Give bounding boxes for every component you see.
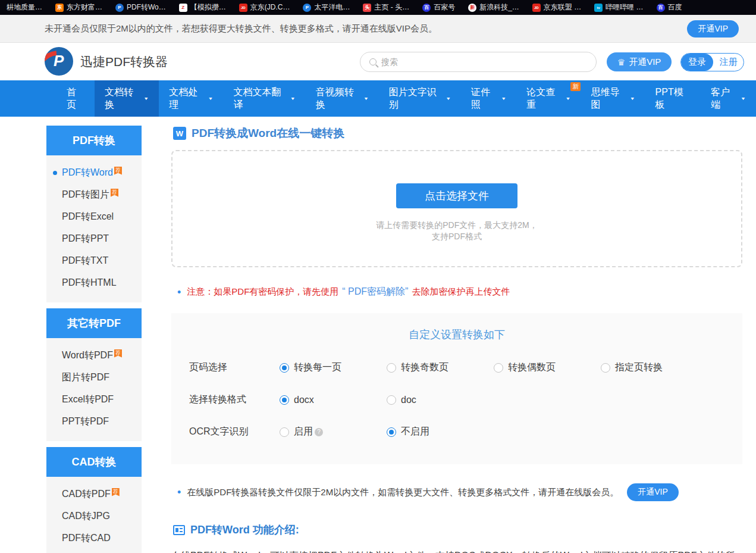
radio-option-odd-pages[interactable]: 转换奇数页 <box>387 361 494 374</box>
search-input[interactable] <box>381 57 578 67</box>
nav-item-ocr[interactable]: 图片文字识别▼ <box>379 80 461 117</box>
help-icon[interactable]: ? <box>315 428 323 436</box>
search-box[interactable] <box>360 52 597 72</box>
radio-icon <box>280 395 289 405</box>
sidebar-item-pdf-to-excel[interactable]: PDF转Excel <box>46 206 142 228</box>
browser-tab[interactable]: JD京东联盟 … <box>526 0 588 15</box>
radio-option-even-pages[interactable]: 转换偶数页 <box>494 361 601 374</box>
sidebar-item-pdf-to-ppt[interactable]: PDF转PPT <box>46 228 142 250</box>
nav-item-av-convert[interactable]: 音视频转换▼ <box>306 80 379 117</box>
settings-title: 自定义设置转换如下 <box>171 327 742 342</box>
jd-icon: JD <box>532 4 541 12</box>
page-title: W PDF转换成Word在线一键转换 <box>173 126 742 141</box>
sidebar-group-other-to-pdf: 其它转PDF Word转PDF荐 图片转PDF Excel转PDF PPT转PD… <box>46 308 142 441</box>
word-doc-icon: W <box>173 127 186 140</box>
sidebar-item-cad-version[interactable]: CAD版本转换 <box>46 549 142 553</box>
nav-item-id-photo[interactable]: 证件照▼ <box>461 80 516 117</box>
radio-option-ocr-disable[interactable]: 不启用 <box>387 426 494 438</box>
tab-title: 新浪科技_… <box>479 2 519 13</box>
radio-icon <box>387 395 396 405</box>
radio-option-doc[interactable]: doc <box>387 395 494 405</box>
radio-option-specified-pages[interactable]: 指定页转换 <box>601 361 708 374</box>
banner-open-vip-button[interactable]: 开通VIP <box>687 20 739 38</box>
pdf-password-remove-link[interactable]: “ PDF密码解除” <box>342 286 408 298</box>
register-button[interactable]: 注册 <box>713 54 744 71</box>
brand-title: 迅捷PDF转换器 <box>80 54 168 70</box>
sidebar-item-ppt-to-pdf[interactable]: PPT转PDF <box>46 411 142 433</box>
nav-item-mindmap[interactable]: 思维导图▼ <box>581 80 645 117</box>
nav-item-doc-convert[interactable]: 文档转换▼ <box>95 80 159 117</box>
password-note: • 注意：如果PDF有密码保护，请先使用 “ PDF密码解除” 去除加密保护再上… <box>177 286 742 298</box>
upload-hint: 请上传需要转换的PDF文件，最大支持2M， 支持PDF格式 <box>172 220 741 242</box>
sidebar-item-pdf-to-cad[interactable]: PDF转CAD <box>46 527 142 549</box>
sidebar-group-title: 其它转PDF <box>46 308 142 338</box>
crown-icon: ♛ <box>617 58 625 67</box>
bullet-icon: • <box>177 487 181 498</box>
tab-title: PDF转Wo… <box>127 2 166 13</box>
toutiao-icon: 头 <box>363 4 371 12</box>
sidebar-item-excel-to-pdf[interactable]: Excel转PDF <box>46 389 142 411</box>
header-open-vip-button[interactable]: ♛ 开通VIP <box>607 52 672 71</box>
sidebar-item-cad-to-jpg[interactable]: CAD转JPG <box>46 505 142 527</box>
vip-limit-note: • 在线版PDF转换器转换文件仅限于2M以内文件，如需转换更大文件、转换更多格式… <box>177 483 742 501</box>
sidebar-item-pdf-to-word[interactable]: PDF转Word荐 <box>46 162 142 184</box>
sina-icon: 新 <box>468 4 476 12</box>
browser-tab[interactable]: PPDF转Wo… <box>109 0 172 15</box>
radio-option-every-page[interactable]: 转换每一页 <box>280 361 387 374</box>
browser-tab[interactable]: 新新浪科技_… <box>462 0 526 15</box>
radio-option-docx[interactable]: docx <box>280 395 387 405</box>
sidebar-item-word-to-pdf[interactable]: Word转PDF荐 <box>46 345 142 367</box>
recommend-badge: 荐 <box>111 189 118 197</box>
browser-tab[interactable]: tv哔哩哔哩 … <box>588 0 650 15</box>
feature-intro-paragraph: 在线PDF转换成Word，可以直接把PDF文件转换为Word文件，支持DOC或D… <box>171 548 735 553</box>
browser-tab[interactable]: 百百度 <box>650 0 689 15</box>
browser-tab[interactable]: JD京东(JD.C… <box>233 0 297 15</box>
upload-dropzone[interactable]: 点击选择文件 请上传需要转换的PDF文件，最大支持2M， 支持PDF格式 <box>171 150 742 267</box>
browser-tab[interactable]: P太平洋电… <box>296 0 356 15</box>
sidebar-item-pdf-to-txt[interactable]: PDF转TXT <box>46 250 142 272</box>
tab-title: 耕地质量… <box>7 2 42 13</box>
sidebar-group-title: CAD转换 <box>46 447 142 477</box>
choose-file-button[interactable]: 点击选择文件 <box>396 183 517 208</box>
recommend-badge: 荐 <box>114 349 122 358</box>
nav-item-doc-process[interactable]: 文档处理▼ <box>159 80 223 117</box>
tab-title: 哔哩哔哩 … <box>606 2 643 13</box>
chevron-down-icon: ▼ <box>208 96 214 101</box>
browser-tab[interactable]: Z【模拟攒… <box>172 0 233 15</box>
nav-item-paper-check[interactable]: 论文查重▼新 <box>516 80 581 117</box>
sidebar-group-pdf-convert: PDF转换 PDF转Word荐 PDF转图片荐 PDF转Excel PDF转PP… <box>46 126 142 302</box>
feature-doc-icon <box>173 525 185 535</box>
nav-item-ppt-template[interactable]: PPT模板 <box>645 80 701 117</box>
nav-item-doc-translate[interactable]: 文档文本翻译▼ <box>223 80 305 117</box>
browser-tab-bar: 耕地质量… 东东方财富… PPDF转Wo… Z【模拟攒… JD京东(JD.C… … <box>0 0 756 15</box>
baidu-icon: 百 <box>422 4 431 12</box>
tab-title: 百度 <box>668 2 682 13</box>
feature-intro-title: PDF转Word 功能介绍: <box>190 523 299 537</box>
sidebar-item-image-to-pdf[interactable]: 图片转PDF <box>46 367 142 389</box>
sidebar: PDF转换 PDF转Word荐 PDF转图片荐 PDF转Excel PDF转PP… <box>46 126 142 553</box>
sidebar-item-cad-to-pdf[interactable]: CAD转PDF荐 <box>46 483 142 505</box>
sidebar-item-pdf-to-html[interactable]: PDF转HTML <box>46 272 142 294</box>
login-button[interactable]: 登录 <box>681 54 713 71</box>
ocr-row: OCR文字识别 启用? 不启用 <box>171 426 742 438</box>
eastmoney-icon: 东 <box>55 4 64 12</box>
note-open-vip-button[interactable]: 开通VIP <box>627 483 679 501</box>
jd-icon: JD <box>239 4 247 12</box>
radio-icon <box>280 363 289 373</box>
radio-icon <box>387 363 396 373</box>
site-logo[interactable]: P <box>45 47 73 76</box>
nav-item-home[interactable]: 首页 <box>57 80 95 117</box>
radio-option-ocr-enable[interactable]: 启用? <box>280 426 387 438</box>
chevron-down-icon: ▼ <box>565 96 570 101</box>
browser-tab[interactable]: 东东方财富… <box>49 0 109 15</box>
browser-tab[interactable]: 耕地质量… <box>0 0 49 15</box>
page-title-text: PDF转换成Word在线一键转换 <box>192 126 344 141</box>
browser-tab[interactable]: 百百家号 <box>416 0 462 15</box>
main-panel: W PDF转换成Word在线一键转换 点击选择文件 请上传需要转换的PDF文件，… <box>171 126 742 553</box>
sidebar-item-pdf-to-image[interactable]: PDF转图片荐 <box>46 184 142 206</box>
browser-tab[interactable]: 头主页 - 头… <box>356 0 416 15</box>
chevron-down-icon: ▼ <box>446 96 451 101</box>
nav-item-client[interactable]: 客户端▼ <box>701 80 756 117</box>
baidu-icon: 百 <box>657 4 665 12</box>
recommend-badge: 荐 <box>112 488 120 496</box>
